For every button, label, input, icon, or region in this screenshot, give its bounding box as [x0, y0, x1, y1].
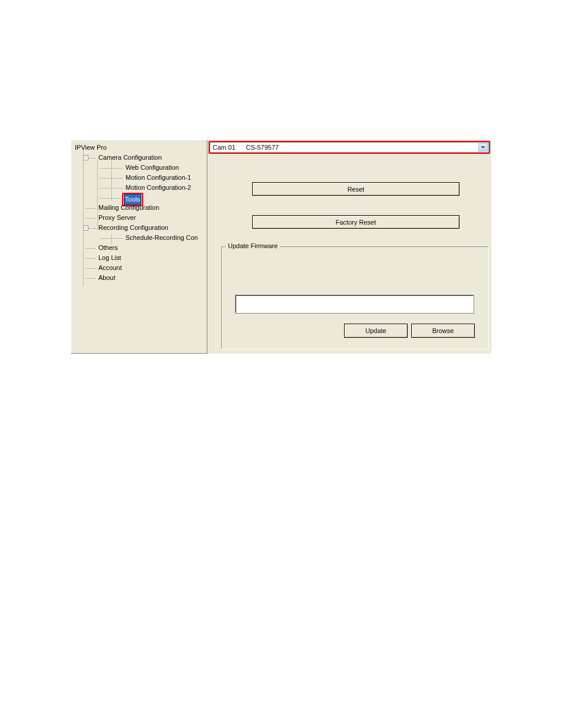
navigation-tree: IPView Pro Camera Configuration Web Conf…	[71, 140, 207, 283]
tree-camera-config[interactable]: Camera Configuration	[97, 153, 163, 163]
factory-reset-button[interactable]: Factory Reset	[252, 215, 459, 229]
camera-select-label: Cam 01	[213, 144, 236, 151]
tree-proxy[interactable]: Proxy Server	[97, 213, 137, 223]
reset-button[interactable]: Reset	[252, 182, 459, 196]
firmware-path-input[interactable]	[235, 295, 474, 314]
camera-select-button[interactable]	[478, 143, 488, 151]
content-panel: Cam 01 CS-579577 Reset Factory Reset Upd…	[207, 140, 491, 354]
chevron-down-icon	[481, 146, 485, 149]
tree-account[interactable]: Account	[97, 263, 123, 273]
factory-reset-button-label: Factory Reset	[336, 219, 376, 226]
tree-root[interactable]: IPView Pro	[74, 143, 108, 153]
app-window: IPView Pro Camera Configuration Web Conf…	[71, 140, 491, 354]
tree-about[interactable]: About	[97, 273, 117, 283]
expander-camera-config[interactable]	[83, 155, 88, 160]
tree-schedule-recording[interactable]: Schedule-Recording Con	[124, 233, 199, 243]
browse-button[interactable]: Browse	[411, 324, 475, 338]
tree-motion-2[interactable]: Motion Configuration-2	[124, 183, 192, 193]
tree-motion-1[interactable]: Motion Configuration-1	[124, 173, 192, 183]
expander-recording[interactable]	[83, 225, 88, 230]
camera-select[interactable]: Cam 01 CS-579577	[210, 142, 489, 153]
camera-select-id: CS-579577	[246, 144, 279, 151]
camera-select-highlight: Cam 01 CS-579577	[209, 141, 490, 154]
reset-button-label: Reset	[348, 186, 365, 193]
update-firmware-title: Update Firmware	[226, 242, 280, 249]
tree-recording-config[interactable]: Recording Configuration	[97, 223, 170, 233]
tree-web-config[interactable]: Web Configuration	[124, 163, 180, 173]
update-button[interactable]: Update	[344, 324, 408, 338]
update-button-label: Update	[365, 327, 386, 334]
browse-button-label: Browse	[432, 327, 454, 334]
tree-log-list[interactable]: Log List	[97, 253, 123, 263]
tree-panel: IPView Pro Camera Configuration Web Conf…	[71, 140, 207, 354]
tree-mailing[interactable]: Mailing Configuration	[97, 203, 160, 213]
tree-others[interactable]: Others	[97, 243, 119, 253]
